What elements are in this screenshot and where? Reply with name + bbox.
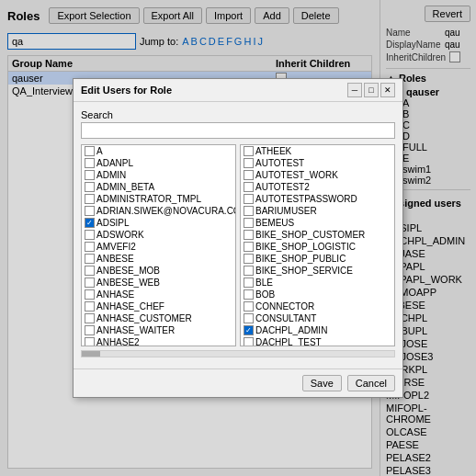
list-item[interactable]: CONNECTOR xyxy=(241,300,394,312)
item-label: CONNECTOR xyxy=(255,301,314,312)
item-checkbox[interactable] xyxy=(85,337,95,346)
item-label: ADMIN_BETA xyxy=(96,182,154,192)
item-checkbox[interactable] xyxy=(244,158,254,168)
modal-overlay: Edit Users for Role ─ □ ✕ Search A ADANP… xyxy=(0,0,476,476)
modal-controls: ─ □ ✕ xyxy=(347,83,395,97)
modal-right-list[interactable]: ATHEEK AUTOTEST AUTOTEST_WORK AUTOTEST2 … xyxy=(240,144,395,346)
item-label: ANHASE xyxy=(96,289,134,300)
scrollbar-thumb[interactable] xyxy=(82,351,100,357)
list-item[interactable]: ANBESE_WEB xyxy=(82,277,235,289)
list-item[interactable]: BOB xyxy=(241,289,394,300)
item-checkbox[interactable] xyxy=(85,182,95,192)
list-item[interactable]: ATHEEK xyxy=(241,145,394,157)
item-checkbox[interactable] xyxy=(85,266,95,276)
list-item[interactable]: AUTOTEST xyxy=(241,157,394,169)
item-checkbox[interactable] xyxy=(244,289,254,300)
modal-search-input[interactable] xyxy=(81,122,395,139)
list-item[interactable]: ADANPL xyxy=(82,157,235,169)
item-label: DACHPL_ADMIN xyxy=(255,325,327,335)
list-item[interactable]: AUTOTEST2 xyxy=(241,181,394,193)
list-item[interactable]: ✓DACHPL_ADMIN xyxy=(241,324,394,336)
item-checkbox[interactable] xyxy=(244,242,254,252)
list-item[interactable]: ADSWORK xyxy=(82,229,235,241)
item-label: ANBESE_WEB xyxy=(96,278,160,288)
item-checkbox[interactable] xyxy=(85,206,95,216)
item-checkbox[interactable] xyxy=(85,158,95,168)
item-checkbox[interactable] xyxy=(85,278,95,288)
item-label: BIKE_SHOP_PUBLIC xyxy=(255,254,346,264)
item-label: DACHPL_TEST xyxy=(255,337,322,346)
list-item[interactable]: ANHASE xyxy=(82,289,235,300)
item-checkbox[interactable] xyxy=(85,170,95,180)
list-item[interactable]: ANHASE_CUSTOMER xyxy=(82,312,235,324)
item-checkbox[interactable] xyxy=(244,194,254,204)
list-item[interactable]: BIKE_SHOP_CUSTOMER xyxy=(241,229,394,241)
item-checkbox[interactable] xyxy=(244,146,254,156)
item-checkbox[interactable] xyxy=(244,182,254,192)
item-label: ADRIAN.SIWEK@NOVACURA.COM xyxy=(96,206,236,216)
modal-left-list[interactable]: A ADANPL ADMIN ADMIN_BETA ADMINISTRATOR_… xyxy=(81,144,236,346)
item-checkbox[interactable] xyxy=(85,313,95,323)
modal-titlebar: Edit Users for Role ─ □ ✕ xyxy=(74,79,402,102)
list-item[interactable]: A xyxy=(82,145,235,157)
list-item[interactable]: ADMINISTRATOR_TMPL xyxy=(82,193,235,205)
list-item[interactable]: ANHASE_CHEF xyxy=(82,300,235,312)
list-item[interactable]: BEMEUS xyxy=(241,217,394,229)
horizontal-scrollbar[interactable] xyxy=(81,350,395,357)
item-label: ADMIN xyxy=(96,170,126,180)
item-checkbox[interactable] xyxy=(85,194,95,204)
item-checkbox[interactable] xyxy=(244,266,254,276)
list-item[interactable]: ANBESE xyxy=(82,253,235,265)
list-item[interactable]: BIKE_SHOP_SERVICE xyxy=(241,265,394,277)
list-item[interactable]: AMVEFI2 xyxy=(82,241,235,253)
item-label: ANHASE_CHEF xyxy=(96,301,164,312)
modal-maximize-button[interactable]: □ xyxy=(364,83,379,97)
list-item[interactable]: ANHASE2 xyxy=(82,336,235,346)
item-checkbox[interactable] xyxy=(85,301,95,312)
item-checkbox[interactable] xyxy=(244,170,254,180)
list-item[interactable]: BLE xyxy=(241,277,394,289)
item-checkbox[interactable] xyxy=(85,289,95,300)
cancel-button[interactable]: Cancel xyxy=(347,375,395,391)
item-checkbox[interactable] xyxy=(244,206,254,216)
list-item[interactable]: AUTOTEST_WORK xyxy=(241,169,394,181)
modal-search-label: Search xyxy=(81,109,395,120)
list-item[interactable]: DACHPL_TEST xyxy=(241,336,394,346)
list-item[interactable]: CONSULTANT xyxy=(241,312,394,324)
save-button[interactable]: Save xyxy=(302,375,342,391)
list-item[interactable]: BARIUMUSER xyxy=(241,205,394,217)
item-checkbox[interactable] xyxy=(85,325,95,335)
item-label: A xyxy=(96,146,103,156)
item-checkbox[interactable] xyxy=(85,146,95,156)
item-checkbox[interactable] xyxy=(244,218,254,228)
list-item[interactable]: ANHASE_WAITER xyxy=(82,324,235,336)
item-label: ANBESE xyxy=(96,254,134,264)
item-checkbox[interactable] xyxy=(244,337,254,346)
item-checkbox[interactable] xyxy=(244,313,254,323)
list-item[interactable]: ADMIN xyxy=(82,169,235,181)
item-label: AUTOTESTPASSWORD xyxy=(255,194,357,204)
item-label: BIKE_SHOP_CUSTOMER xyxy=(255,230,365,240)
item-checkbox[interactable] xyxy=(85,254,95,264)
list-item[interactable]: ADRIAN.SIWEK@NOVACURA.COM xyxy=(82,205,235,217)
item-checkbox[interactable] xyxy=(244,278,254,288)
list-item[interactable]: ANBESE_MOB xyxy=(82,265,235,277)
item-checkbox[interactable] xyxy=(244,301,254,312)
item-checkbox[interactable]: ✓ xyxy=(85,218,95,228)
modal-footer: Save Cancel xyxy=(74,368,402,397)
list-item[interactable]: AUTOTESTPASSWORD xyxy=(241,193,394,205)
item-checkbox[interactable] xyxy=(85,242,95,252)
list-item[interactable]: BIKE_SHOP_LOGISTIC xyxy=(241,241,394,253)
item-label: ANBESE_MOB xyxy=(96,266,160,276)
item-checkbox[interactable] xyxy=(244,230,254,240)
item-checkbox[interactable]: ✓ xyxy=(244,325,254,335)
item-checkbox[interactable] xyxy=(85,230,95,240)
list-item[interactable]: ADMIN_BETA xyxy=(82,181,235,193)
item-label: AUTOTEST xyxy=(255,158,304,168)
list-item[interactable]: BIKE_SHOP_PUBLIC xyxy=(241,253,394,265)
modal-close-button[interactable]: ✕ xyxy=(380,83,395,97)
item-checkbox[interactable] xyxy=(244,254,254,264)
item-label: BOB xyxy=(255,289,275,300)
list-item[interactable]: ✓ADSIPL xyxy=(82,217,235,229)
modal-minimize-button[interactable]: ─ xyxy=(347,83,362,97)
